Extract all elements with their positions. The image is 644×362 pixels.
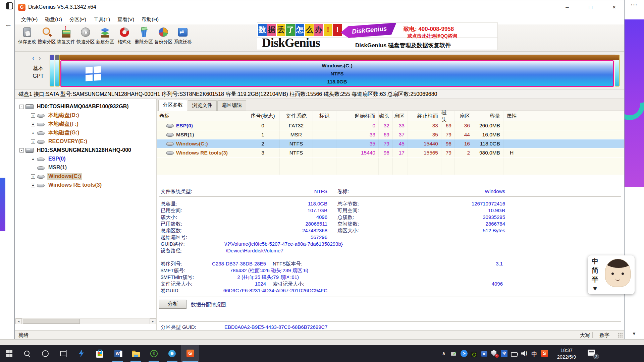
tree-expander[interactable]: + [31,157,35,161]
dropdown-arrow-icon[interactable]: ▼ [632,331,636,336]
tree-item[interactable]: + ESP(0) [15,155,156,163]
toolbar-button[interactable]: 备份分区 [154,26,173,51]
tab-partition-params[interactable]: 分区参数 [158,100,187,111]
taskbar-button[interactable] [18,345,36,362]
partition-row[interactable]: MSR(1) 1 MSR 33 69 37 35 79 44 16.0MB [157,130,624,139]
taskbar-button[interactable] [54,345,72,362]
toolbar-button[interactable]: 搜索分区 [37,26,56,51]
tray-item[interactable] [439,345,449,362]
more-icon[interactable]: ⋯ [631,1,638,9]
back-arrow-icon[interactable]: ← [5,20,12,29]
taskbar-button[interactable] [163,345,181,362]
partition-bar-windows-selected[interactable]: Windows(C:) NTFS 118.0GB [60,60,614,87]
toolbar-button[interactable]: 保存更改 [17,26,37,51]
tray-item[interactable] [539,345,549,362]
partition-bar-esp[interactable] [50,55,54,86]
menu-item[interactable]: 文件(F) [17,15,41,24]
ad-ribbon-text: DiskGenius [352,25,387,35]
banner-tile: 数 [258,24,267,36]
resize-grip[interactable] [618,333,623,338]
menu-item[interactable]: 帮助(H) [138,15,162,24]
close-button[interactable]: × [604,0,624,14]
tray-item[interactable] [529,345,539,362]
tray-item[interactable] [479,345,489,362]
tree-expander[interactable]: + [31,113,35,118]
tray-item[interactable] [449,345,459,362]
tray-item[interactable] [499,345,509,362]
next-disk-arrow-icon[interactable]: › [39,54,41,61]
taskbar-button[interactable] [109,345,127,362]
menu-item[interactable]: 工具(T) [90,15,114,24]
tab-browse-files[interactable]: 浏览文件 [188,100,217,111]
menu-item[interactable]: 查看(V) [114,15,138,24]
ime-mode-text: 中简半♥ [591,257,599,293]
partition-detail-panel: 分区参数 浏览文件 扇区编辑 卷标 序号(状态) 文件系统 标识 起始柱面 磁头… [157,99,624,330]
partition-row[interactable]: Windows RE tools(3) 3 NTFS 15440 96 17 1… [157,148,624,158]
ad-tiles: 数据丢了怎么办!! [258,24,342,36]
tree-expander[interactable]: + [31,139,35,144]
tray-item[interactable] [469,345,479,362]
tree-item[interactable]: MSR(1) [15,163,156,172]
prev-disk-arrow-icon[interactable]: ‹ [32,54,34,61]
volume-serial-value: C238-DB37-38DB-28E5 [161,261,266,266]
tray-item[interactable] [519,345,529,362]
tree-item[interactable]: + 本地磁盘(D:) [15,111,156,120]
taskbar-button[interactable] [36,345,54,362]
tree-expander[interactable]: - [19,105,24,109]
tree-item-label: MSR(1) [47,164,68,171]
tray-item[interactable] [489,345,499,362]
tray-item[interactable] [459,345,469,362]
toolbar-button[interactable]: 系统迁移 [173,26,193,51]
tree-expander[interactable]: + [31,131,35,135]
taskbar-button[interactable] [145,345,163,362]
taskbar-button[interactable] [181,345,199,362]
partition-bar-re-tools[interactable] [615,55,620,86]
notification-center-button[interactable]: 2 [587,349,599,358]
minimize-button[interactable]: – [557,0,577,14]
running-indicator [167,361,177,362]
taskbar-button[interactable] [91,345,109,362]
title-bar[interactable]: DiskGenius V5.4.3.1342 x64 – □ × [15,0,624,14]
scroll-right-arrow-icon[interactable]: ▸ [150,318,156,324]
taskbar-clock[interactable]: 18:37 2022/5/9 [552,347,581,360]
tree-item[interactable]: + 本地磁盘(G:) [15,128,156,137]
toolbar-button[interactable]: 新建分区 [95,26,115,51]
menu-item[interactable]: 磁盘(D) [41,15,66,24]
taskbar-button[interactable] [127,345,145,362]
tree-item[interactable]: - HD1:SAMSUNGMZNLN128HAHQ-000 [15,146,156,155]
partition-row[interactable]: ESP(0) 0 FAT32 0 32 33 33 69 36 260.0MB [157,121,624,130]
analyze-button[interactable]: 分析 [159,300,186,309]
tree-expander[interactable]: - [19,148,24,153]
tree-expander[interactable]: + [31,183,35,187]
explorer-icon [132,352,140,357]
tree-item[interactable]: + 本地磁盘(F:) [15,120,156,128]
menu-item[interactable]: 分区(P) [66,15,90,24]
taskbar-button[interactable] [72,345,91,362]
partition-bar-msr[interactable] [55,55,60,86]
partition-row[interactable]: Windows(C:) 2 NTFS 35 79 45 15440 96 16 … [157,139,624,148]
tray-item[interactable] [509,345,519,362]
total-sectors-value: 247482368 [161,228,327,233]
toolbar-button[interactable]: 删除分区 [134,26,154,51]
maximize-button[interactable]: □ [581,0,601,14]
tree-item[interactable]: - HD0:TOSHIBAMQ04ABF100(932GB) [15,102,156,111]
tree-item[interactable]: + RECOVERY(E:) [15,137,156,146]
tree-item-label: HD0:TOSHIBAMQ04ABF100(932GB) [36,103,130,110]
ime-status-widget[interactable]: 中简半♥ [588,255,635,294]
disk-tree-panel: - HD0:TOSHIBAMQ04ABF100(932GB) + 本地磁盘(D:… [15,99,157,330]
ad-banner[interactable]: 数据丢了怎么办!! DiskGenius DiskGenius 致电: 400-… [257,22,498,50]
scroll-left-arrow-icon[interactable]: ◂ [15,318,22,324]
tree-horizontal-scrollbar[interactable]: ◂ ▸ [15,318,156,324]
toolbar-button[interactable]: 格式化 [115,26,134,51]
part-icon [37,112,46,118]
toolbar-button[interactable]: 恢复文件 [56,26,76,51]
tree-item[interactable]: + Windows(C:) [15,172,156,181]
taskbar-button[interactable] [0,345,18,362]
scrollbar-thumb[interactable] [23,319,80,324]
tree-expander[interactable]: + [31,174,35,179]
toolbar-button[interactable]: 快速分区 [76,26,95,51]
tree-item[interactable]: + Windows RE tools(3) [15,181,156,189]
tab-sector-edit[interactable]: 扇区编辑 [217,100,246,111]
ad-qq-link[interactable]: 或点击此处选择QQ咨询 [408,33,457,39]
tree-expander[interactable]: + [31,122,35,126]
